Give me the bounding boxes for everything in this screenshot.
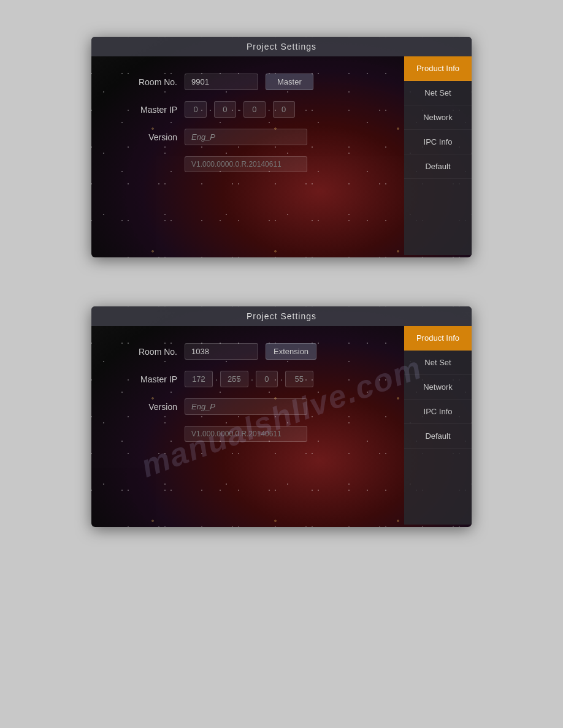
ip-seg-2-1[interactable] [185, 371, 213, 387]
sidebar-item-product-info-2[interactable]: Product Info [404, 326, 472, 351]
master-ip-label-2: Master IP [128, 374, 177, 384]
master-ip-row-1: Master IP · · · [128, 101, 386, 118]
room-row-1: Room No. Master [128, 74, 386, 90]
master-ip-row-2: Master IP · · · [128, 371, 386, 387]
version-input-1[interactable] [185, 129, 307, 145]
sidebar-item-ipc-info-2[interactable]: IPC Info [404, 400, 472, 424]
sidebar-label-net-set-1: Net Set [424, 88, 451, 97]
sidebar-item-net-set-2[interactable]: Net Set [404, 351, 472, 375]
ip-seg-1-1[interactable] [185, 101, 207, 118]
ip-dot-3: · [268, 105, 270, 115]
ip-dot-1: · [209, 105, 212, 115]
sidebar-item-network-2[interactable]: Network [404, 375, 472, 400]
version-build-input-1[interactable] [185, 156, 307, 172]
title-bar-2: Project Settings [91, 306, 472, 326]
panel-1: Project Settings Room No. Master Master … [91, 37, 472, 257]
panel-1-main: Room No. Master Master IP · · · V [91, 56, 404, 255]
ip-seg-2-4[interactable] [285, 371, 313, 387]
panel-2-title: Project Settings [247, 311, 316, 321]
panel-2: manualshlive.com Project Settings Room N… [91, 306, 472, 527]
sidebar-label-product-info-2: Product Info [416, 333, 459, 343]
ip-fields-2: · · · [185, 371, 313, 387]
version-build-row-1 [128, 156, 386, 172]
sidebar-item-network-1[interactable]: Network [404, 105, 472, 130]
sidebar-item-default-1[interactable]: Default [404, 154, 472, 179]
version-label-1: Version [128, 132, 177, 142]
sidebar-label-product-info-1: Product Info [416, 64, 459, 73]
ip-seg-1-4[interactable] [273, 101, 295, 118]
sidebar-item-ipc-info-1[interactable]: IPC Info [404, 130, 472, 154]
version-build-row-2 [128, 426, 386, 442]
room-input-1[interactable] [185, 74, 258, 90]
sidebar-label-ipc-info-1: IPC Info [424, 137, 453, 146]
title-bar-1: Project Settings [91, 37, 472, 56]
ip-fields-1: · · · [185, 101, 295, 118]
sidebar-2: Product Info Net Set Network IPC Info De… [404, 326, 472, 525]
sidebar-label-default-1: Default [425, 162, 450, 171]
panel-1-body: Room No. Master Master IP · · · V [91, 56, 472, 255]
ip-dot-2: · [239, 105, 241, 115]
ip-seg-2-2[interactable] [220, 371, 248, 387]
panel-1-title: Project Settings [247, 42, 316, 51]
ip-seg-2-3[interactable] [256, 371, 278, 387]
ip-seg-1-3[interactable] [243, 101, 266, 118]
sidebar-label-network-1: Network [423, 113, 453, 122]
panel-2-body: Room No. Extension Master IP · · · [91, 326, 472, 525]
version-row-2: Version [128, 398, 386, 415]
master-ip-label-1: Master IP [128, 105, 177, 115]
ip-seg-1-2[interactable] [214, 101, 236, 118]
room-label-2: Room No. [128, 347, 177, 357]
ip-dot-2-3: · [280, 374, 283, 384]
sidebar-item-product-info-1[interactable]: Product Info [404, 56, 472, 81]
sidebar-label-default-2: Default [425, 431, 450, 441]
extension-button-2[interactable]: Extension [266, 343, 316, 360]
panel-2-main: Room No. Extension Master IP · · · [91, 326, 404, 525]
ip-dot-2-2: · [251, 374, 253, 384]
master-button-1[interactable]: Master [266, 74, 313, 90]
room-row-2: Room No. Extension [128, 343, 386, 360]
version-build-input-2[interactable] [185, 426, 307, 442]
sidebar-1: Product Info Net Set Network IPC Info De… [404, 56, 472, 255]
sidebar-label-network-2: Network [423, 382, 453, 392]
sidebar-item-net-set-1[interactable]: Net Set [404, 81, 472, 105]
sidebar-item-default-2[interactable]: Default [404, 424, 472, 449]
sidebar-label-ipc-info-2: IPC Info [424, 407, 453, 416]
sidebar-label-net-set-2: Net Set [424, 358, 451, 367]
version-label-2: Version [128, 402, 177, 412]
ip-dot-2-1: · [215, 374, 218, 384]
room-input-2[interactable] [185, 343, 258, 360]
version-input-2[interactable] [185, 398, 307, 415]
version-row-1: Version [128, 129, 386, 145]
room-label-1: Room No. [128, 77, 177, 87]
